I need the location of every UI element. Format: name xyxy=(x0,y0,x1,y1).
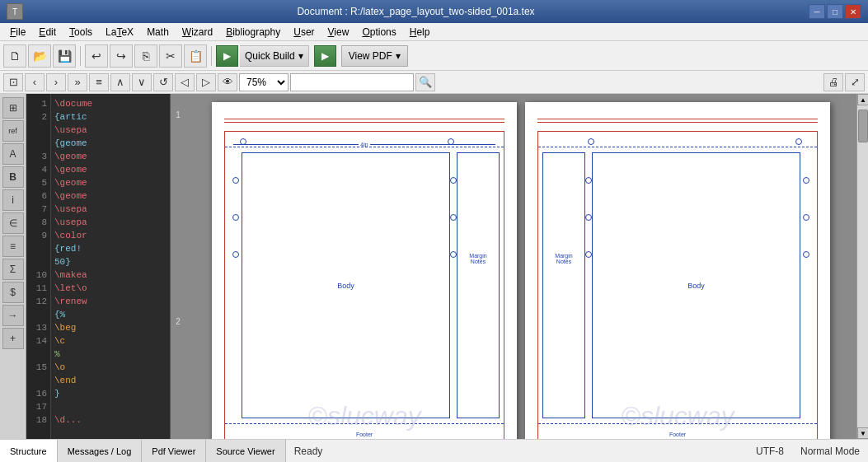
left-icon-ref[interactable]: ref xyxy=(2,120,24,142)
tb2-up[interactable]: ∧ xyxy=(110,73,130,91)
left-icon-arrow[interactable]: → xyxy=(2,305,24,326)
tb2-more[interactable]: » xyxy=(68,73,87,91)
top-line-2 xyxy=(224,122,504,123)
main-area: ⊞ ref A B i ∈ ≡ Σ $ → + 1 2 3 4 5 6 7 8 … xyxy=(0,94,868,439)
tb2-eye[interactable]: 👁 xyxy=(218,73,237,91)
cut-button[interactable]: ✂ xyxy=(159,44,182,68)
dim-circle-p2-7 xyxy=(585,251,592,258)
redo-button[interactable]: ↪ xyxy=(110,44,133,68)
view-pdf-button[interactable]: View PDF ▾ xyxy=(341,45,408,67)
search-button[interactable]: 🔍 xyxy=(415,73,435,91)
tab-source-viewer[interactable]: Source Viewer xyxy=(206,440,285,463)
menu-tools-label: Tools xyxy=(69,26,92,38)
build-dropdown-arrow: ▾ xyxy=(298,50,303,62)
vertical-scrollbar[interactable]: ▲ ▼ xyxy=(856,94,868,439)
tb2-refresh[interactable]: ↺ xyxy=(153,73,173,91)
page-num-1: 1 xyxy=(171,110,185,119)
menu-math[interactable]: Math xyxy=(140,23,176,41)
tb2-right[interactable]: › xyxy=(46,73,66,91)
dim-circle-7 xyxy=(232,251,239,258)
left-icon-new[interactable]: ⊞ xyxy=(2,97,24,119)
paste-button[interactable]: 📋 xyxy=(184,44,207,68)
outer-box-2: MarginNotes Body Foot xyxy=(537,131,818,439)
dim-circle-3 xyxy=(232,177,239,184)
menu-help[interactable]: Help xyxy=(403,23,437,41)
tb2-next[interactable]: ▷ xyxy=(196,73,216,91)
expand-button[interactable]: ⤢ xyxy=(845,73,865,91)
sep2 xyxy=(211,46,212,66)
pdf-preview-area[interactable]: Body MarginNotes xyxy=(185,94,856,439)
tab-messages-log[interactable]: Messages / Log xyxy=(58,440,143,463)
tab-structure[interactable]: Structure xyxy=(0,440,58,463)
print-button[interactable]: 🖨 xyxy=(823,73,843,91)
pdf-page-1: Body MarginNotes xyxy=(212,102,517,439)
run-build-button2[interactable]: ▶ xyxy=(314,45,336,67)
menu-tools[interactable]: Tools xyxy=(63,23,99,41)
app-icon: T xyxy=(7,3,23,20)
tab-pdf-viewer[interactable]: Pdf Viewer xyxy=(142,440,206,463)
zoom-select[interactable]: 75% 50% 100% xyxy=(239,73,289,91)
new-button[interactable]: 🗋 xyxy=(3,44,26,68)
line-numbers: 1 2 3 4 5 6 7 8 9 10 11 12 13 14 15 16 1… xyxy=(26,94,51,439)
footer-dashed-2 xyxy=(538,423,817,424)
open-button[interactable]: 📂 xyxy=(28,44,51,68)
menu-latex[interactable]: LaTeX xyxy=(99,23,140,41)
dim-circle-p2-6 xyxy=(803,214,809,221)
menu-wizard[interactable]: Wizard xyxy=(176,23,219,41)
run-build-button[interactable]: ▶ xyxy=(216,45,238,67)
scroll-down-button[interactable]: ▼ xyxy=(857,427,868,439)
copy-button[interactable]: ⎘ xyxy=(134,44,157,68)
status-right: UTF-8 Normal Mode xyxy=(748,446,868,457)
tb2-structure[interactable]: ≡ xyxy=(89,73,109,91)
tb2-prev[interactable]: ◁ xyxy=(175,73,195,91)
save-button[interactable]: 💾 xyxy=(53,44,76,68)
menu-file-label: File xyxy=(10,26,26,38)
menu-edit[interactable]: Edit xyxy=(32,23,63,41)
menu-bar: File Edit Tools LaTeX Math Wizard Biblio… xyxy=(0,23,868,41)
ready-label: Ready xyxy=(294,446,323,457)
left-icon-plus[interactable]: + xyxy=(2,328,24,349)
code-area[interactable]: \docume {artic \usepa {geome \geome \geo… xyxy=(51,94,170,439)
close-button[interactable]: ✕ xyxy=(845,4,861,19)
left-icon-dollar[interactable]: $ xyxy=(2,282,24,303)
scroll-up-button[interactable]: ▲ xyxy=(857,94,868,105)
scroll-thumb[interactable] xyxy=(858,110,868,142)
menu-file[interactable]: File xyxy=(3,23,32,41)
undo-button[interactable]: ↩ xyxy=(85,44,108,68)
menu-view[interactable]: View xyxy=(321,23,356,41)
menu-options[interactable]: Options xyxy=(355,23,402,41)
search-input[interactable] xyxy=(290,73,414,91)
left-icon-info[interactable]: i xyxy=(2,189,24,211)
maximize-button[interactable]: □ xyxy=(827,4,843,19)
left-icon-bold[interactable]: B xyxy=(2,166,24,188)
pdf-page-2-content: MarginNotes Body Foot xyxy=(525,102,830,439)
page-numbers: 1 2 xyxy=(171,94,185,439)
menu-options-label: Options xyxy=(362,26,396,38)
margin-notes-box-2: MarginNotes xyxy=(542,152,585,418)
tb2-btn1[interactable]: ⊡ xyxy=(3,73,23,91)
left-icon-sigma[interactable]: Σ xyxy=(2,259,24,280)
top-line-4 xyxy=(537,122,818,123)
footer-label-1: Footer xyxy=(356,432,373,437)
mode-label: Normal Mode xyxy=(800,446,860,457)
encoding-label: UTF-8 xyxy=(756,446,784,457)
main-toolbar: 🗋 📂 💾 ↩ ↪ ⎘ ✂ 📋 ▶ Quick Build ▾ ▶ View P… xyxy=(0,41,868,71)
top-line-1 xyxy=(224,119,504,119)
tb2-left[interactable]: ‹ xyxy=(25,73,45,91)
menu-bibliography[interactable]: Bibliography xyxy=(219,23,287,41)
menu-user[interactable]: User xyxy=(287,23,321,41)
menu-bibliography-label: Bibliography xyxy=(226,26,280,38)
left-icon-font[interactable]: A xyxy=(2,143,24,165)
tb2-down[interactable]: ∨ xyxy=(132,73,152,91)
menu-help-label: Help xyxy=(410,26,430,38)
outer-box: Body MarginNotes xyxy=(224,131,504,439)
window-controls: ─ □ ✕ xyxy=(809,4,861,19)
build-dropdown[interactable]: Quick Build ▾ xyxy=(240,45,309,67)
minimize-button[interactable]: ─ xyxy=(809,4,825,19)
body-label-2: Body xyxy=(687,282,705,290)
status-ready-text: Ready xyxy=(286,446,748,457)
scroll-track[interactable] xyxy=(857,105,868,427)
left-icon-list[interactable]: ≡ xyxy=(2,236,24,257)
dim-circle-p2-2 xyxy=(795,138,802,145)
left-icon-env[interactable]: ∈ xyxy=(2,212,24,234)
